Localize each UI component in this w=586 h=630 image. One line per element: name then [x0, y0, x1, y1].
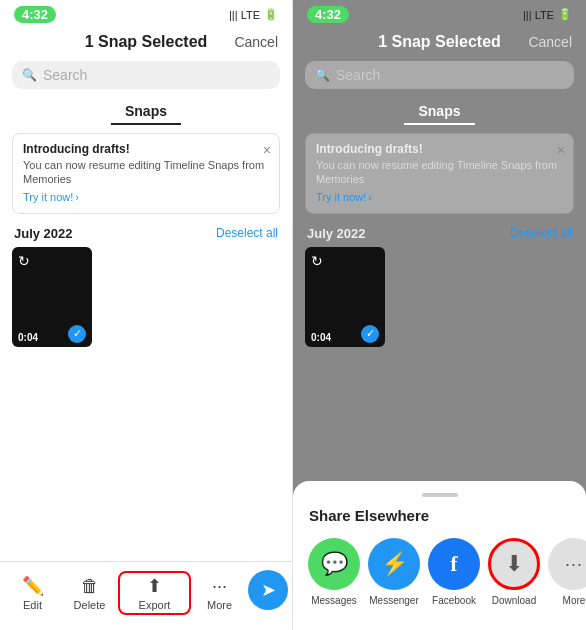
status-time-left: 4:32 [14, 6, 56, 23]
export-label: Export [139, 599, 171, 611]
snap-refresh-left: ↻ [18, 253, 30, 269]
facebook-icon: f [428, 538, 480, 590]
share-facebook[interactable]: f Facebook [429, 538, 479, 606]
notice-body-right: You can now resume editing Timeline Snap… [316, 158, 563, 187]
export-icon: ⬆ [147, 575, 162, 597]
notice-close-left[interactable]: × [263, 142, 271, 158]
snap-item-right[interactable]: ↻ 0:04 [305, 247, 385, 347]
search-icon-right: 🔍 [315, 68, 330, 82]
notice-body-left: You can now resume editing Timeline Snap… [23, 158, 269, 187]
header-right: 1 Snap Selected Cancel [293, 27, 586, 57]
notice-title-right: Introducing drafts! [316, 142, 563, 156]
cancel-button-left[interactable]: Cancel [234, 34, 278, 50]
more-label-left: More [207, 599, 232, 611]
more-button-left[interactable]: ··· More [191, 576, 248, 611]
status-bar-left: 4:32 ||| LTE 🔋 [0, 0, 292, 27]
download-label: Download [492, 595, 536, 606]
tabs-left: Snaps [0, 93, 292, 127]
more-icon: ··· [548, 538, 586, 590]
battery-icon-right: 🔋 [558, 8, 572, 21]
delete-label: Delete [74, 599, 106, 611]
header-left: 1 Snap Selected Cancel [0, 27, 292, 57]
share-messages[interactable]: 💬 Messages [309, 538, 359, 606]
share-messenger[interactable]: ⚡ Messenger [369, 538, 419, 606]
section-title-right: July 2022 [307, 226, 366, 241]
signal-icon-left: ||| LTE [229, 9, 260, 21]
notice-card-left: × Introducing drafts! You can now resume… [12, 133, 280, 214]
messenger-icon: ⚡ [368, 538, 420, 590]
header-title-left: 1 Snap Selected [85, 33, 208, 51]
signal-icon-right: ||| LTE [523, 9, 554, 21]
notice-title-left: Introducing drafts! [23, 142, 269, 156]
messages-label: Messages [311, 595, 357, 606]
snap-item-left[interactable]: ↻ 0:04 [12, 247, 92, 347]
export-button[interactable]: ⬆ Export [118, 571, 191, 615]
toolbar-left: ✏️ Edit 🗑 Delete ⬆ Export ··· More ➤ [0, 561, 292, 630]
search-bar-right[interactable]: 🔍 Search [305, 61, 574, 89]
send-icon-left: ➤ [261, 579, 276, 601]
messages-icon: 💬 [308, 538, 360, 590]
share-download[interactable]: ⬇ Download [489, 538, 539, 606]
tabs-right: Snaps [293, 93, 586, 127]
snap-grid-left: ↻ 0:04 [0, 247, 292, 561]
battery-icon-left: 🔋 [264, 8, 278, 21]
share-icons-row: 💬 Messages ⚡ Messenger f Facebook ⬇ [309, 538, 570, 606]
edit-label: Edit [23, 599, 42, 611]
send-button-left[interactable]: ➤ [248, 570, 288, 610]
edit-icon: ✏️ [22, 575, 44, 597]
messenger-label: Messenger [369, 595, 418, 606]
status-icons-right: ||| LTE 🔋 [523, 8, 572, 21]
tab-snaps-right[interactable]: Snaps [404, 99, 474, 125]
status-bar-right: 4:32 ||| LTE 🔋 [293, 0, 586, 27]
snap-duration-left: 0:04 [18, 332, 38, 343]
share-more[interactable]: ··· More [549, 538, 586, 606]
search-icon-left: 🔍 [22, 68, 37, 82]
notice-link-left[interactable]: Try it now! › [23, 191, 79, 203]
section-header-left: July 2022 Deselect all [0, 220, 292, 247]
snap-duration-right: 0:04 [311, 332, 331, 343]
deselect-all-left[interactable]: Deselect all [216, 226, 278, 240]
search-placeholder-right: Search [336, 67, 380, 83]
sheet-handle [422, 493, 458, 497]
search-placeholder-left: Search [43, 67, 87, 83]
facebook-label: Facebook [432, 595, 476, 606]
tab-snaps-left[interactable]: Snaps [111, 99, 181, 125]
snap-refresh-right: ↻ [311, 253, 323, 269]
header-title-right: 1 Snap Selected [378, 33, 501, 51]
right-panel: 4:32 ||| LTE 🔋 1 Snap Selected Cancel 🔍 … [293, 0, 586, 630]
snap-check-right [361, 325, 379, 343]
left-panel: 4:32 ||| LTE 🔋 1 Snap Selected Cancel 🔍 … [0, 0, 293, 630]
notice-card-right: × Introducing drafts! You can now resume… [305, 133, 574, 214]
status-icons-left: ||| LTE 🔋 [229, 8, 278, 21]
notice-link-right[interactable]: Try it now! › [316, 191, 372, 203]
cancel-button-right[interactable]: Cancel [528, 34, 572, 50]
delete-button[interactable]: 🗑 Delete [61, 576, 118, 611]
more-label: More [563, 595, 586, 606]
share-sheet: Share Elsewhere 💬 Messages ⚡ Messenger f… [293, 481, 586, 630]
more-icon-left: ··· [212, 576, 227, 597]
delete-icon: 🗑 [81, 576, 99, 597]
edit-button[interactable]: ✏️ Edit [4, 575, 61, 611]
snap-check-left [68, 325, 86, 343]
download-icon: ⬇ [488, 538, 540, 590]
section-header-right: July 2022 Deselect all [293, 220, 586, 247]
notice-close-right[interactable]: × [557, 142, 565, 158]
search-bar-left[interactable]: 🔍 Search [12, 61, 280, 89]
sheet-title: Share Elsewhere [309, 507, 570, 524]
status-time-right: 4:32 [307, 6, 349, 23]
section-title-left: July 2022 [14, 226, 73, 241]
deselect-all-right[interactable]: Deselect all [510, 226, 572, 240]
